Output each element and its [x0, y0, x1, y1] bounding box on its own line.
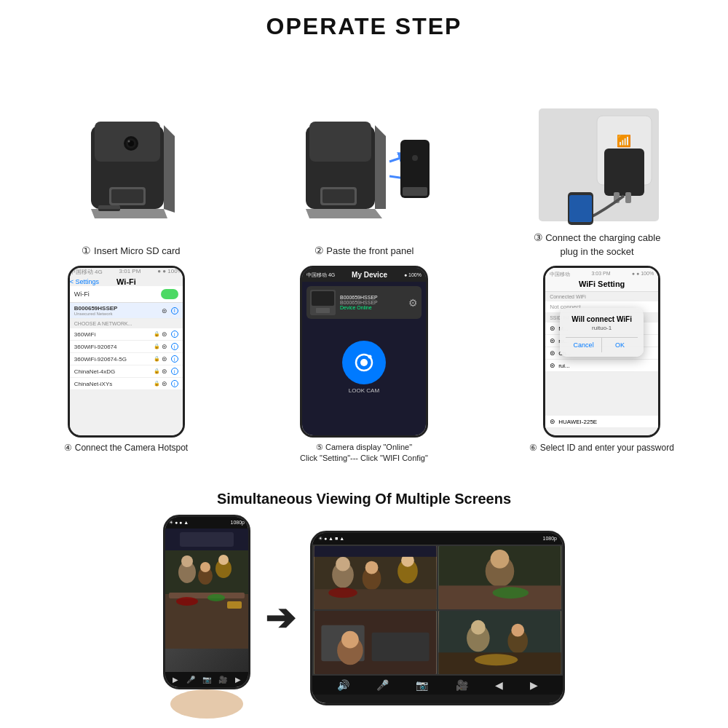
video-cell-1	[314, 546, 437, 609]
svg-point-36	[200, 562, 210, 572]
small-phone-bottom-bar: ▶ 🎤 📷 🎥 ▶	[165, 672, 248, 687]
dialog-ok-button[interactable]: OK	[602, 338, 638, 352]
info-icon-5[interactable]: i	[171, 380, 178, 387]
settings-gear-icon[interactable]: ⚙	[408, 297, 418, 309]
wifi-icon-3: ⊜	[162, 355, 167, 363]
device-id-label: B000659HSSEP	[340, 300, 378, 305]
info-icon[interactable]: i	[171, 307, 178, 314]
svg-rect-14	[403, 187, 427, 196]
dialog-cancel-button[interactable]: Cancel	[566, 338, 602, 352]
row2-steps: 中国移动 4G 3:01 PM ● ● 100% < Settings Wi-F…	[0, 258, 728, 484]
wifi-toggle[interactable]	[161, 289, 178, 299]
step3-block: 📶 ③ Connect the charging cable plug in t…	[492, 105, 702, 258]
step2-image	[259, 118, 469, 238]
large-vol-icon[interactable]: 🔊	[337, 679, 349, 691]
network-sub: Unsecured Network	[74, 312, 118, 316]
step4-phone: 中国移动 4G 3:01 PM ● ● 100% < Settings Wi-F…	[68, 266, 185, 438]
lookcam-app-label: LOOK CAM	[349, 387, 379, 394]
multi-screen-section: Simultaneous Viewing Of Multiple Screens…	[15, 491, 713, 721]
network-item-1[interactable]: 360WiFi 🔒 ⊜ i	[70, 328, 183, 341]
choose-network-header: CHOOSE A NETWORK...	[70, 319, 183, 328]
step5-block: 中国移动 4G My Device ● 100% B000659HSSEP	[253, 266, 475, 464]
wifi-toggle-label: Wi-Fi	[74, 290, 90, 298]
network-item-3[interactable]: 360WiFi-920674-5G 🔒 ⊜ i	[70, 353, 183, 365]
info-icon-4[interactable]: i	[171, 368, 178, 375]
device-thumbnail	[310, 290, 336, 315]
ssid-item-4[interactable]: ⊜ rui...	[545, 360, 658, 372]
small-phone-frame: ☀ ● ● ▲ 1080p	[163, 515, 250, 689]
lookcam-app-icon[interactable]: LOOK CAM	[302, 341, 426, 394]
page-title: OPERATE STEP	[0, 0, 728, 47]
svg-rect-64	[372, 633, 430, 662]
svg-point-5	[128, 141, 130, 143]
lock-icon-3: 🔒	[154, 356, 160, 362]
svg-point-59	[491, 550, 510, 569]
svg-rect-45	[180, 532, 234, 547]
network-item-2[interactable]: 360WiFi-920674 🔒 ⊜ i	[70, 341, 183, 353]
small-phone-video	[165, 529, 248, 672]
svg-point-42	[207, 594, 225, 601]
network-item-5[interactable]: ChinaNet-iXYs 🔒 ⊜ i	[70, 378, 183, 390]
ws-battery: ● ● 100%	[632, 271, 654, 278]
step1-image	[26, 118, 236, 238]
video-cell-2	[438, 546, 561, 609]
svg-rect-10	[309, 122, 371, 162]
info-icon-1[interactable]: i	[171, 331, 178, 338]
settings-back-link[interactable]: < Settings	[70, 278, 99, 285]
multi-screen-title: Simultaneous Viewing Of Multiple Screens	[217, 491, 511, 507]
svg-point-73	[475, 654, 518, 665]
svg-point-66	[341, 631, 359, 649]
row1-steps: ① Insert Micro SD card	[0, 47, 728, 258]
network-item-4[interactable]: ChinaNet-4xDG 🔒 ⊜ i	[70, 365, 183, 378]
network-2-name: 360WiFi-920674	[74, 344, 117, 350]
info-icon-2[interactable]: i	[171, 343, 178, 350]
step3-image: 📶	[492, 105, 702, 225]
svg-rect-26	[312, 291, 334, 306]
camera-icon[interactable]: 📷	[202, 676, 211, 684]
wifisetting-header: 中国移动 3:03 PM ● ● 100% WiFi Setting	[545, 268, 658, 292]
wifi-toggle-row: Wi-Fi	[70, 286, 183, 303]
svg-point-69	[471, 620, 486, 635]
ssid-name-5: HUAWEI-225E	[558, 419, 597, 425]
device-list-item[interactable]: B000659HSSEP B000659HSSEP Device Online …	[306, 286, 422, 319]
ssid-name-4: rui...	[558, 363, 570, 369]
battery-label: ● ● 100%	[157, 268, 183, 276]
wifi-signal-icon-2: ⊜	[550, 337, 555, 344]
connected-network[interactable]: B000659HSSEP Unsecured Network ⊜ i	[70, 303, 183, 319]
wifisetting-screen: 中国移动 3:03 PM ● ● 100% WiFi Setting Conne…	[545, 268, 658, 435]
info-icon-3[interactable]: i	[171, 355, 178, 363]
wifi-icon-1: ⊜	[162, 331, 167, 338]
large-vid-icon[interactable]: 🎥	[456, 679, 468, 691]
small-icons-left: ☀ ● ● ▲	[169, 520, 189, 526]
large-mic-icon[interactable]: 🎤	[376, 679, 389, 691]
step6-block: 中国移动 3:03 PM ● ● 100% WiFi Setting Conne…	[491, 266, 713, 454]
md-title: My Device	[352, 271, 387, 279]
video-icon[interactable]: 🎥	[218, 676, 227, 684]
small-phone-top-bar: ☀ ● ● ▲ 1080p	[165, 517, 248, 529]
step5-desc: ⑤ Camera display "Online"Click "Setting"…	[300, 442, 428, 464]
step6-phone: 中国移动 3:03 PM ● ● 100% WiFi Setting Conne…	[543, 266, 660, 438]
ws-time: 3:03 PM	[591, 271, 610, 278]
large-nav-right[interactable]: ▶	[530, 679, 538, 691]
wifi-signal-icon-1: ⊜	[550, 325, 555, 332]
mydevice-status-bar: 中国移动 4G My Device ● 100%	[302, 268, 426, 282]
small-res-label: 1080p	[231, 520, 245, 526]
svg-rect-24	[539, 108, 659, 221]
wifi-screen: 中国移动 4G 3:01 PM ● ● 100% < Settings Wi-F…	[70, 268, 183, 435]
wifi-icon-5: ⊜	[162, 380, 167, 387]
charger-device-1-icon	[76, 118, 186, 238]
large-icons-left: ☀ ● ▲ ■ ▲	[318, 536, 344, 542]
svg-point-41	[176, 597, 198, 606]
ws-carrier: 中国移动	[550, 271, 570, 278]
md-carrier: 中国移动 4G	[306, 272, 335, 279]
mic-icon[interactable]: 🎤	[186, 676, 195, 684]
large-cam-icon[interactable]: 📷	[416, 679, 428, 691]
large-nav-left[interactable]: ◀	[495, 679, 503, 691]
play-icon[interactable]: ▶	[173, 676, 178, 684]
row3-multiscreen: Simultaneous Viewing Of Multiple Screens…	[0, 484, 728, 724]
nav-icon[interactable]: ▶	[235, 676, 241, 684]
md-battery: ● 100%	[404, 272, 422, 277]
network-3-name: 360WiFi-920674-5G	[74, 356, 127, 363]
svg-rect-40	[169, 593, 245, 598]
ssid-item-5[interactable]: ⊜ HUAWEI-225E	[545, 416, 658, 428]
